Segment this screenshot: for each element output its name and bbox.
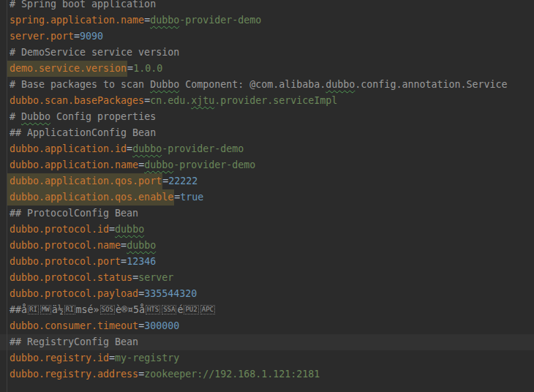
code-line[interactable]: dubbo.protocol.port=12346: [0, 254, 534, 270]
comment-text: # Spring boot application: [10, 0, 156, 10]
code-line[interactable]: server.port=9090: [0, 29, 534, 45]
code-line[interactable]: dubbo.application.id=dubbo-provider-demo: [0, 141, 534, 157]
comment-text: # DemoService service version: [10, 47, 179, 58]
code-lines-container: # Spring boot applicationspring.applicat…: [0, 0, 534, 392]
code-line-current[interactable]: ## RegistryConfig Bean: [0, 334, 534, 350]
property-key: dubbo.protocol.name: [10, 240, 121, 251]
code-line[interactable]: dubbo.registry.address=zookeeper://192.1…: [0, 366, 534, 382]
equals-sign: =: [127, 143, 132, 154]
property-key: spring.application.name: [10, 15, 144, 26]
code-line[interactable]: dubbo.scan.basePackages=cn.edu.xjtu.prov…: [0, 93, 534, 109]
property-value: cn.edu.: [150, 95, 191, 106]
equals-sign: =: [138, 369, 144, 380]
comment-text: é: [177, 304, 183, 315]
property-key: dubbo.consumer.timeout: [10, 320, 138, 331]
control-char-glyph: MW: [40, 305, 51, 314]
code-line[interactable]: dubbo.protocol.name=dubbo: [0, 238, 534, 254]
equals-sign: =: [138, 159, 144, 170]
equals-sign: =: [109, 224, 115, 235]
control-char-glyph: SOS: [100, 305, 115, 314]
equals-sign: =: [138, 288, 144, 299]
property-key: server.port: [10, 31, 74, 42]
property-value-number: 9090: [80, 31, 103, 42]
property-value-number: 335544320: [144, 288, 197, 299]
property-key: dubbo.registry.id: [10, 353, 109, 363]
equals-sign: =: [144, 15, 150, 26]
equals-sign: =: [121, 256, 127, 267]
equals-sign: =: [74, 31, 80, 42]
property-key: dubbo.protocol.status: [10, 272, 132, 283]
comment-text: è®¤5å: [116, 304, 145, 315]
code-line[interactable]: dubbo.protocol.payload=335544320: [0, 286, 534, 302]
code-line[interactable]: demo.service.version=1.0.0: [0, 61, 534, 77]
comment-text: ä½: [52, 304, 64, 315]
property-key: dubbo.application.id: [10, 143, 127, 154]
code-line[interactable]: dubbo.application.name=dubbo-provider-de…: [0, 157, 534, 173]
property-value-typo: dubbo: [144, 159, 173, 170]
comment-text-typo: Dubbo: [21, 111, 50, 122]
code-line[interactable]: # DemoService service version: [0, 45, 534, 61]
code-line[interactable]: dubbo.protocol.status=server: [0, 270, 534, 286]
comment-text: Config properties: [50, 111, 156, 122]
property-value-number: 22222: [168, 176, 198, 186]
property-value: my-registry: [115, 353, 179, 363]
comment-text: ## ApplicationConfig Bean: [10, 127, 156, 138]
comment-text: msé»: [76, 304, 99, 315]
property-key: dubbo.application.name: [10, 159, 138, 170]
equals-sign: =: [138, 320, 144, 331]
code-line[interactable]: # Dubbo Config properties: [0, 109, 534, 125]
property-value-number: 300000: [144, 320, 179, 331]
property-key-highlighted: dubbo.application.qos.port: [7, 173, 162, 189]
property-value-typo: dubbo: [132, 143, 162, 154]
comment-text-typo: dubbo: [326, 79, 355, 90]
comment-text: Component: @com.alibaba.: [179, 79, 326, 90]
property-value: 1.0.0: [133, 63, 162, 74]
control-char-glyph: SSA: [162, 305, 176, 314]
property-value: -provider-demo: [162, 143, 244, 154]
equals-sign: =: [162, 176, 168, 186]
code-line[interactable]: # Base packages to scan Dubbo Component:…: [0, 77, 534, 93]
property-value: server: [138, 272, 173, 283]
code-line[interactable]: [0, 382, 534, 392]
code-line[interactable]: ## ProtocolConfig Bean: [0, 206, 534, 222]
property-value: .provider.serviceImpl: [214, 95, 337, 106]
property-key: dubbo.protocol.id: [10, 224, 109, 235]
equals-sign: =: [109, 353, 115, 363]
code-line[interactable]: dubbo.registry.id=my-registry: [0, 350, 534, 366]
code-line[interactable]: dubbo.application.qos.port=22222: [0, 173, 534, 189]
property-key-highlighted: demo.service.version: [7, 61, 127, 77]
code-line[interactable]: ##åRIMWä½RImsé»SOSè®¤5åHTSSSAéPU2APC: [0, 302, 534, 318]
control-char-glyph: PU2: [184, 305, 198, 314]
property-value-typo: dubbo: [115, 224, 144, 235]
comment-text: # Base packages to scan: [10, 79, 150, 90]
equals-sign: =: [144, 95, 150, 106]
code-line[interactable]: # Spring boot application: [0, 0, 534, 12]
equals-sign: =: [127, 63, 133, 74]
code-line[interactable]: dubbo.protocol.id=dubbo: [0, 222, 534, 238]
code-line[interactable]: dubbo.application.qos.enable=true: [0, 189, 534, 206]
control-char-glyph: RI: [28, 305, 39, 314]
property-value-typo: dubbo: [150, 15, 179, 26]
property-key: dubbo.registry.address: [10, 369, 138, 380]
code-line[interactable]: dubbo.consumer.timeout=300000: [0, 318, 534, 334]
equals-sign: =: [132, 272, 138, 283]
property-value-number: true: [180, 192, 203, 203]
comment-text: ## RegistryConfig Bean: [10, 336, 138, 347]
property-key-highlighted: dubbo.application.qos.enable: [7, 189, 174, 206]
property-value-typo: xjtu: [191, 95, 214, 106]
comment-text: ## ProtocolConfig Bean: [10, 208, 138, 219]
comment-text-typo: Dubbo: [150, 79, 179, 90]
code-line[interactable]: spring.application.name=dubbo-provider-d…: [0, 12, 534, 29]
control-char-glyph: RI: [64, 305, 75, 314]
equals-sign: =: [174, 192, 180, 203]
gutter-separator: [7, 0, 7, 392]
control-char-glyph: HTS: [146, 305, 160, 314]
property-key: dubbo.scan.basePackages: [10, 95, 144, 106]
code-editor[interactable]: # Spring boot applicationspring.applicat…: [0, 0, 534, 392]
comment-text: #: [10, 111, 21, 122]
code-line[interactable]: ## ApplicationConfig Bean: [0, 125, 534, 141]
property-value-number: 12346: [127, 256, 156, 267]
property-value-typo: dubbo: [127, 240, 156, 251]
property-value: -provider-demo: [173, 159, 255, 170]
control-char-glyph: APC: [200, 305, 215, 314]
